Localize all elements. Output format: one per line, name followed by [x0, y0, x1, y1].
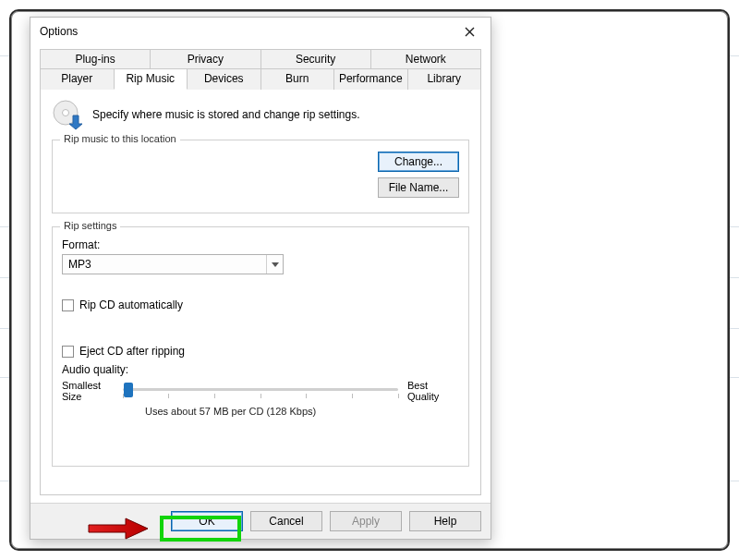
- rip-cd-automatically-checkbox[interactable]: Rip CD automatically: [62, 298, 459, 311]
- tab-burn[interactable]: Burn: [260, 68, 335, 90]
- ok-button[interactable]: OK: [171, 511, 243, 531]
- close-icon: [465, 27, 475, 37]
- audio-quality-label: Audio quality:: [62, 363, 459, 376]
- quality-slider[interactable]: [123, 380, 398, 400]
- tab-player[interactable]: Player: [40, 68, 115, 90]
- window-title: Options: [40, 25, 454, 38]
- slider-max-label: Best Quality: [407, 380, 459, 402]
- group-rip-settings: Rip settings Format: MP3 Rip CD automati…: [52, 226, 469, 467]
- apply-button: Apply: [330, 511, 402, 531]
- tab-security[interactable]: Security: [260, 49, 371, 69]
- format-label: Format:: [62, 238, 459, 251]
- rip-auto-label: Rip CD automatically: [79, 298, 183, 311]
- tab-rip-music[interactable]: Rip Music: [114, 68, 188, 90]
- change-button[interactable]: Change...: [378, 152, 459, 172]
- checkbox-box: [62, 299, 74, 311]
- titlebar: Options: [30, 18, 491, 45]
- tab-privacy[interactable]: Privacy: [150, 49, 260, 69]
- format-select-value: MP3: [68, 258, 91, 271]
- checkbox-box: [62, 346, 74, 358]
- eject-cd-checkbox[interactable]: Eject CD after ripping: [62, 345, 459, 358]
- screenshot-frame: Options Plug-ins Privacy Security Networ…: [9, 9, 730, 551]
- eject-label: Eject CD after ripping: [79, 345, 185, 358]
- slider-min-label: Smallest Size: [62, 380, 114, 402]
- tab-content-rip-music: Specify where music is stored and change…: [40, 89, 481, 495]
- tab-devices[interactable]: Devices: [187, 68, 261, 90]
- close-button[interactable]: [454, 20, 485, 43]
- tabstrip: Plug-ins Privacy Security Network Player…: [40, 49, 481, 495]
- help-button[interactable]: Help: [409, 511, 481, 531]
- tab-performance[interactable]: Performance: [333, 68, 408, 90]
- group-rip-location: Rip music to this location Change... Fil…: [52, 140, 469, 213]
- dialog-button-bar: OK Cancel Apply Help: [30, 503, 491, 539]
- options-dialog: Options Plug-ins Privacy Security Networ…: [30, 17, 491, 540]
- intro-text: Specify where music is stored and change…: [92, 108, 359, 121]
- tab-library[interactable]: Library: [407, 68, 482, 90]
- tab-plugins[interactable]: Plug-ins: [40, 49, 151, 69]
- cd-rip-icon: [52, 99, 83, 130]
- group-title-location: Rip music to this location: [60, 133, 180, 144]
- svg-point-1: [63, 110, 69, 116]
- slider-thumb[interactable]: [124, 383, 133, 397]
- cancel-button[interactable]: Cancel: [250, 511, 322, 531]
- chevron-down-icon: [266, 255, 283, 274]
- dialog-body: Plug-ins Privacy Security Network Player…: [30, 45, 491, 503]
- format-select[interactable]: MP3: [62, 254, 284, 274]
- slider-caption: Uses about 57 MB per CD (128 Kbps): [145, 406, 459, 417]
- tab-network[interactable]: Network: [370, 49, 481, 69]
- group-title-settings: Rip settings: [60, 220, 120, 231]
- file-name-button[interactable]: File Name...: [378, 177, 459, 198]
